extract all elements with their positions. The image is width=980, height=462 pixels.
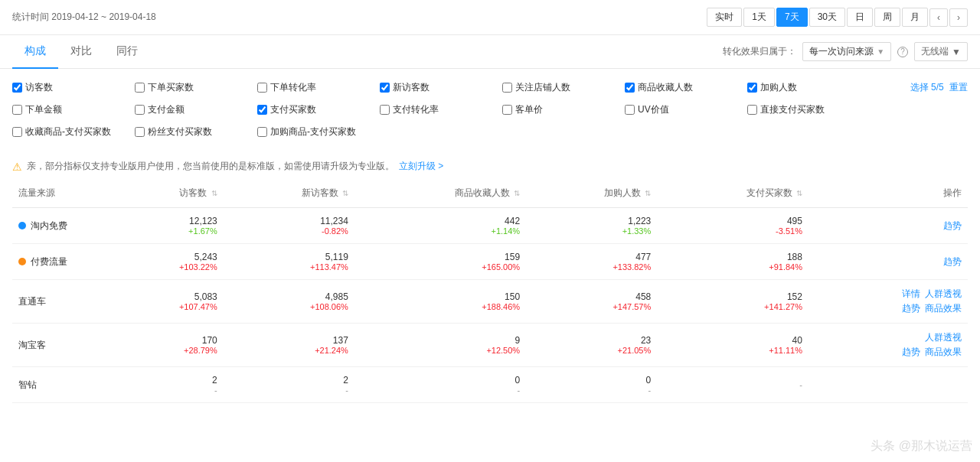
time-btn-30day[interactable]: 30天 (809, 8, 845, 27)
filter-pay-buyers-checkbox[interactable] (257, 105, 267, 115)
filter-cart-pay-label[interactable]: 加购商品-支付买家数 (270, 125, 356, 138)
col-favorites[interactable]: 商品收藏人数 ⇅ (354, 179, 526, 208)
tab-compare[interactable]: 对比 (58, 35, 104, 69)
filter-pay-amount-checkbox[interactable] (135, 105, 145, 115)
filter-order-amount-checkbox[interactable] (12, 105, 22, 115)
tab-peer[interactable]: 同行 (104, 35, 150, 69)
filter-avg-price-label[interactable]: 客单价 (515, 103, 543, 116)
filter-order-amount-label[interactable]: 下单金额 (25, 103, 62, 116)
table-row: 直通车5,083+107.47%4,985+108.06%150+188.46%… (12, 280, 968, 324)
cell-visitors-0: 12,123+1.67% (112, 208, 224, 244)
filter-uv-value-checkbox[interactable] (625, 105, 635, 115)
action-link-趋势-1[interactable]: 趋势 (943, 255, 962, 268)
action-links-row2-2: 趋势商品效果 (902, 302, 962, 315)
cell-change-new-visitors-4: - (230, 386, 348, 395)
cell-main-new-visitors-0: 11,234 (230, 216, 348, 226)
filter-new-visitors: 新访客数 (380, 81, 502, 94)
cell-new-visitors-4: 2- (224, 367, 354, 403)
filter-direct-pay-label[interactable]: 直接支付买家数 (760, 103, 825, 116)
cell-main-visitors-4: 2 (118, 375, 217, 386)
filter-section: 访客数 下单买家数 下单转化率 新访客数 关注店铺人数 商品收藏人数 加购人数 … (0, 69, 980, 154)
filter-pay-rate-label[interactable]: 支付转化率 (393, 103, 439, 116)
cell-actions-1: 趋势 (808, 244, 968, 280)
sort-favorites-icon: ⇅ (514, 189, 520, 197)
cell-new-visitors-0: 11,234-0.82% (224, 208, 354, 244)
cell-add-cart-3: 23+21.05% (526, 324, 657, 367)
info-icon[interactable]: ? (897, 47, 908, 57)
filter-fav-pay-label[interactable]: 收藏商品-支付买家数 (25, 125, 111, 138)
time-btn-1day[interactable]: 1天 (743, 8, 775, 27)
filter-visitors-checkbox[interactable] (12, 83, 22, 93)
convert-select[interactable]: 每一次访问来源 ▼ (802, 42, 891, 61)
time-btn-day[interactable]: 日 (847, 8, 873, 27)
filter-visitors-label[interactable]: 访客数 (25, 81, 53, 94)
col-paid[interactable]: 支付买家数 ⇅ (657, 179, 808, 208)
col-add-cart[interactable]: 加购人数 ⇅ (526, 179, 657, 208)
filter-new-visitors-label[interactable]: 新访客数 (393, 81, 430, 94)
filter-pay-rate-checkbox[interactable] (380, 105, 390, 115)
filter-fan-pay-checkbox[interactable] (135, 127, 145, 137)
filter-order-buyers-label[interactable]: 下单买家数 (148, 81, 194, 94)
table-row: 付费流量5,243+103.22%5,119+113.47%159+165.00… (12, 244, 968, 280)
action-link2-趋势-2[interactable]: 趋势 (902, 302, 920, 315)
filter-fav-goods-checkbox[interactable] (625, 83, 635, 93)
device-select[interactable]: 无线端 ▼ (914, 42, 968, 61)
cell-change-visitors-1: +103.22% (118, 262, 217, 272)
convert-arrow-icon: ▼ (877, 47, 884, 56)
action-link2-商品效果-2[interactable]: 商品效果 (925, 302, 962, 315)
cell-main-favorites-0: 442 (361, 216, 520, 226)
time-btn-realtime[interactable]: 实时 (707, 8, 742, 27)
filter-new-visitors-checkbox[interactable] (380, 83, 390, 93)
cell-change-paid-4: - (663, 380, 802, 389)
action-links-row1-1: 趋势 (943, 255, 962, 268)
cell-source-4: 智钻 (12, 367, 112, 403)
action-link-人群透视-3[interactable]: 人群透视 (925, 331, 962, 344)
filter-pay-buyers-label[interactable]: 支付买家数 (270, 103, 316, 116)
tab-composition[interactable]: 构成 (12, 35, 58, 69)
time-btn-week[interactable]: 周 (874, 8, 900, 27)
cell-visitors-2: 5,083+107.47% (112, 280, 224, 324)
filter-follow-shop-checkbox[interactable] (502, 83, 512, 93)
cell-source-0: 淘内免费 (12, 208, 112, 244)
filter-fan-pay-label[interactable]: 粉丝支付买家数 (148, 125, 212, 138)
filter-cart-pay: 加购商品-支付买家数 (257, 125, 380, 138)
prev-arrow[interactable]: ‹ (929, 8, 948, 27)
filter-pay-amount-label[interactable]: 支付金额 (148, 103, 185, 116)
filter-order-rate-checkbox[interactable] (257, 83, 267, 93)
action-link-详情-2[interactable]: 详情 (902, 288, 920, 301)
action-link-趋势-0[interactable]: 趋势 (943, 220, 962, 233)
table-row: 淘内免费12,123+1.67%11,234-0.82%442+1.14%1,2… (12, 208, 968, 244)
action-link2-商品效果-3[interactable]: 商品效果 (925, 346, 962, 359)
filter-cart-pay-checkbox[interactable] (257, 127, 267, 137)
time-btn-month[interactable]: 月 (902, 8, 928, 27)
cell-change-add-cart-3: +21.05% (532, 346, 651, 355)
col-new-visitors[interactable]: 新访客数 ⇅ (224, 179, 354, 208)
cell-source-1: 付费流量 (12, 244, 112, 280)
filter-direct-pay-checkbox[interactable] (747, 105, 757, 115)
filter-order-buyers-checkbox[interactable] (135, 83, 145, 93)
tabs-bar: 构成 对比 同行 转化效果归属于： 每一次访问来源 ▼ ? 无线端 ▼ (0, 35, 980, 69)
filter-avg-price-checkbox[interactable] (502, 105, 512, 115)
filter-fav-pay-checkbox[interactable] (12, 127, 22, 137)
source-name-text-3: 淘宝客 (18, 339, 46, 352)
cell-main-favorites-4: 0 (361, 375, 520, 386)
filter-add-cart-label[interactable]: 加购人数 (760, 81, 797, 94)
cell-change-visitors-3: +28.79% (118, 346, 217, 355)
filter-fav-goods-label[interactable]: 商品收藏人数 (638, 81, 693, 94)
col-visitors[interactable]: 访客数 ⇅ (112, 179, 224, 208)
notice-upgrade-link[interactable]: 立刻升级 > (399, 160, 443, 173)
table-section: 流量来源 访客数 ⇅ 新访客数 ⇅ 商品收藏人数 ⇅ 加购人数 ⇅ 支付买家数 … (0, 179, 980, 403)
table-body: 淘内免费12,123+1.67%11,234-0.82%442+1.14%1,2… (12, 208, 968, 403)
filter-add-cart-checkbox[interactable] (747, 83, 757, 93)
filter-reset-link[interactable]: 重置 (949, 82, 968, 93)
action-link-人群透视-2[interactable]: 人群透视 (925, 288, 962, 301)
cell-visitors-3: 170+28.79% (112, 324, 224, 367)
filter-order-rate-label[interactable]: 下单转化率 (270, 81, 316, 94)
next-arrow[interactable]: › (949, 8, 968, 27)
filter-follow-shop-label[interactable]: 关注店铺人数 (515, 81, 570, 94)
cell-favorites-1: 159+165.00% (354, 244, 526, 280)
cell-main-new-visitors-2: 4,985 (230, 291, 348, 302)
action-link2-趋势-3[interactable]: 趋势 (902, 346, 920, 359)
time-btn-7day[interactable]: 7天 (776, 8, 808, 27)
filter-uv-value-label[interactable]: UV价值 (638, 103, 669, 116)
